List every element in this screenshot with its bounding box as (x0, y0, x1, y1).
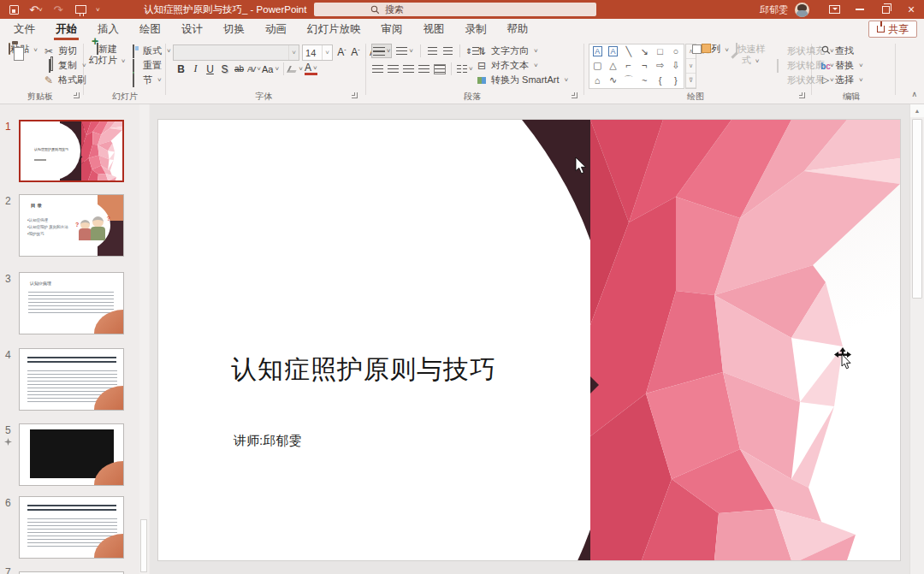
shape-down-arrow[interactable]: ⇩ (668, 58, 684, 72)
shape-right-brace[interactable]: } (668, 73, 684, 88)
shape-curve[interactable]: ~ (637, 73, 652, 88)
share-button[interactable]: 共享 (868, 21, 917, 38)
tab-help[interactable]: 帮助 (497, 19, 539, 40)
format-painter-button[interactable]: ✎格式刷 (43, 73, 86, 87)
layout-button[interactable]: 版式 (127, 44, 171, 58)
shape-freeform[interactable]: ⌂ (589, 73, 605, 88)
group-slides: 新建 幻灯片 版式 重置 节 幻灯片 (85, 40, 165, 104)
thumbnail-slide-3[interactable]: 认知症病理 (19, 272, 124, 334)
shape-textbox[interactable]: A (589, 44, 605, 58)
align-center-button[interactable] (387, 62, 400, 76)
find-button[interactable]: 查找 (820, 44, 854, 58)
slide-editing-surface[interactable]: 认知症照护原则与技巧 讲师:邱郁雯 (158, 120, 900, 560)
tab-record[interactable]: 录制 (455, 19, 497, 40)
tab-review[interactable]: 审阅 (371, 19, 413, 40)
cut-button[interactable]: ✂剪切 (43, 44, 77, 58)
tab-animations[interactable]: 动画 (255, 19, 297, 40)
font-color-button[interactable]: A (305, 63, 317, 75)
shape-rounded-rectangle[interactable]: ▢ (589, 58, 605, 72)
restore-button[interactable] (873, 0, 898, 19)
thumbnail-slide-1[interactable]: 认知症照护原则与技巧 (19, 120, 124, 182)
undo-icon[interactable]: ↶˅ (29, 3, 43, 16)
close-button[interactable]: × (898, 0, 924, 19)
tab-home[interactable]: 开始 (45, 19, 87, 40)
shape-elbow-connector-2[interactable]: ¬ (637, 58, 652, 72)
shrink-font-button[interactable]: Aˇ (349, 44, 362, 59)
shape-oval[interactable]: ○ (668, 44, 684, 58)
account-name[interactable]: 邱郁雯 (760, 3, 788, 16)
scrollbar-up-arrow[interactable]: ▲ (910, 104, 924, 117)
shape-elbow-connector[interactable]: ⌐ (621, 58, 637, 72)
align-right-button[interactable] (402, 62, 415, 76)
add-columns-button[interactable] (457, 62, 473, 76)
arrange-button[interactable]: 排列 (700, 44, 731, 56)
bullets-button[interactable] (371, 44, 392, 58)
justify-button[interactable] (418, 62, 430, 76)
grow-font-button[interactable]: Aˆ (335, 44, 348, 59)
section-button[interactable]: 节 (127, 73, 162, 87)
shapes-gallery[interactable]: A A ╲ ↘ □ ○ ▢ △ ⌐ ¬ ⇨ ⇩ ⌂ ∿ ⌒ ~ { } (589, 44, 684, 89)
save-icon[interactable] (7, 3, 21, 16)
bold-button[interactable]: B (175, 62, 187, 76)
scrollbar-thumb[interactable] (912, 119, 922, 299)
thumbnail-slide-2[interactable]: 目录 •认知症病理 •认知症照护 原则和方法 •照护技巧 ? ? (19, 194, 124, 257)
highlight-color-button[interactable] (288, 62, 303, 76)
font-dialog-launcher[interactable] (352, 92, 358, 98)
new-slide-button[interactable]: 新建 幻灯片 (88, 44, 126, 67)
paragraph-dialog-launcher[interactable] (572, 92, 578, 98)
shape-left-brace[interactable]: { (652, 73, 667, 88)
collapse-ribbon-icon[interactable]: ∧ (911, 90, 917, 98)
convert-smartart-button[interactable]: 转换为 SmartArt (476, 73, 568, 87)
minimize-button[interactable] (847, 0, 873, 19)
tab-view[interactable]: 视图 (413, 19, 455, 40)
align-left-button[interactable] (371, 62, 384, 76)
shape-line[interactable]: ╲ (621, 44, 637, 58)
italic-button[interactable]: I (189, 62, 202, 76)
thumbnail-slide-6[interactable] (19, 496, 124, 559)
clipboard-dialog-launcher[interactable] (74, 92, 80, 98)
avatar[interactable] (795, 3, 809, 17)
copy-button[interactable]: 复制 (43, 58, 86, 73)
increase-indent-button[interactable] (441, 44, 454, 58)
character-spacing-button[interactable]: AV (247, 62, 260, 76)
shape-arc[interactable]: ⌒ (621, 73, 637, 88)
distribute-button[interactable] (433, 62, 446, 76)
tab-slideshow[interactable]: 幻灯片放映 (297, 19, 371, 40)
shape-scribble[interactable]: ∿ (605, 73, 620, 88)
customize-qat-icon[interactable]: ˅ (96, 6, 100, 14)
canvas-scrollbar[interactable]: ▲ (909, 104, 924, 574)
paste-button[interactable]: 粘贴 (7, 44, 39, 56)
ribbon-display-options-icon[interactable] (821, 0, 847, 19)
thumbnail-slide-4[interactable] (19, 348, 124, 411)
shape-arrow[interactable]: ↘ (637, 44, 652, 58)
shape-vertical-textbox[interactable]: A (605, 44, 620, 58)
panel-scrollbar[interactable] (139, 104, 149, 574)
shape-rectangle[interactable]: □ (652, 44, 667, 58)
select-button[interactable]: ▷选择 (820, 73, 863, 87)
strikethrough-button[interactable]: ab (233, 62, 246, 76)
numbering-button[interactable] (394, 44, 415, 58)
tab-transitions[interactable]: 切换 (213, 19, 255, 40)
underline-button[interactable]: U (204, 62, 216, 76)
tab-file[interactable]: 文件 (3, 19, 45, 40)
start-slideshow-icon[interactable] (74, 3, 87, 16)
tab-design[interactable]: 设计 (171, 19, 213, 40)
search-box[interactable]: 搜索 (314, 3, 596, 16)
align-text-button[interactable]: ⊟对齐文本 (476, 58, 538, 73)
shape-right-arrow[interactable]: ⇨ (652, 58, 667, 72)
slide-title-text[interactable]: 认知症照护原则与技巧 (231, 352, 496, 388)
replace-button[interactable]: bc替换 (820, 58, 863, 73)
thumbnail-slide-5[interactable] (19, 423, 124, 486)
drawing-dialog-launcher[interactable] (799, 92, 805, 98)
reset-button[interactable]: 重置 (127, 58, 162, 73)
text-direction-button[interactable]: ⇅文字方向 (476, 44, 538, 58)
text-shadow-button[interactable]: S (218, 62, 231, 76)
decrease-indent-button[interactable] (426, 44, 439, 58)
font-name-combo[interactable]: ˅ (173, 44, 299, 61)
shape-triangle[interactable]: △ (605, 58, 620, 72)
window-title: 认知症照护原则与技巧_ - PowerPoint (144, 0, 306, 19)
font-size-combo[interactable]: 14˅ (302, 44, 333, 61)
tab-draw[interactable]: 绘图 (129, 19, 171, 40)
change-case-button[interactable]: Aa (262, 62, 279, 76)
slide-subtitle-text[interactable]: 讲师:邱郁雯 (234, 433, 301, 449)
